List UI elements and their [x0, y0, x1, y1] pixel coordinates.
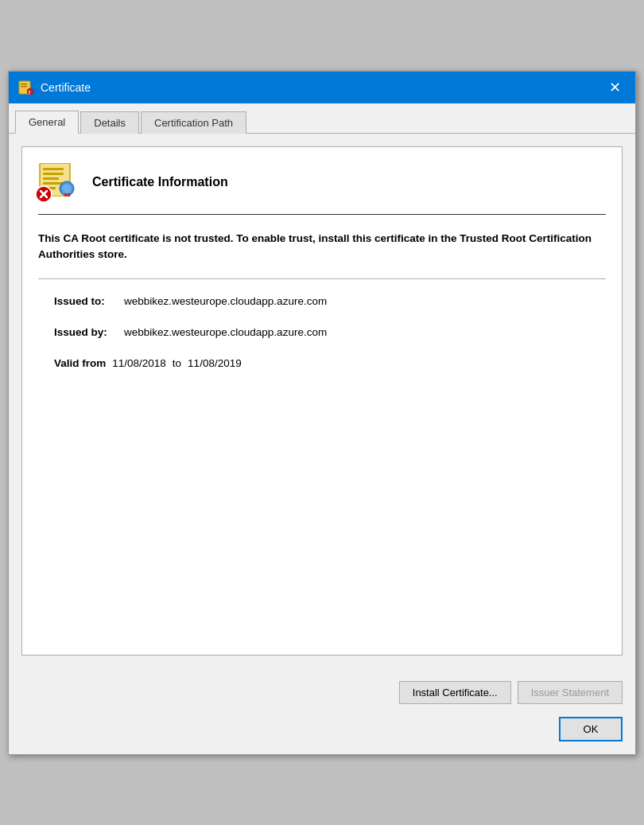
- svg-rect-14: [68, 193, 70, 197]
- ok-button[interactable]: OK: [559, 717, 623, 741]
- close-button[interactable]: ✕: [604, 79, 626, 96]
- ok-button-row: OK: [9, 710, 635, 754]
- svg-text:!: !: [29, 88, 31, 95]
- install-certificate-button[interactable]: Install Certificate...: [399, 681, 511, 704]
- svg-rect-6: [43, 168, 64, 170]
- certificate-dialog: ! Certificate ✕ General Details Certific…: [8, 71, 636, 755]
- valid-from-label: Valid from: [54, 357, 106, 369]
- title-bar: ! Certificate ✕: [9, 72, 635, 103]
- svg-rect-1: [21, 84, 27, 85]
- valid-from-value: 11/08/2018: [112, 357, 166, 369]
- svg-rect-2: [21, 86, 27, 88]
- cert-header: Certificate Information: [38, 163, 606, 215]
- issued-by-value: webbikez.westeurope.cloudapp.azure.com: [124, 326, 327, 338]
- tab-general[interactable]: General: [15, 111, 79, 134]
- window-title: Certificate: [41, 81, 91, 94]
- title-bar-left: ! Certificate: [18, 80, 91, 95]
- svg-rect-8: [43, 177, 59, 180]
- tab-certification-path[interactable]: Certification Path: [141, 111, 246, 134]
- to-text: to: [173, 357, 181, 369]
- svg-point-12: [62, 184, 72, 193]
- issued-by-label: Issued by:: [54, 326, 118, 338]
- tab-details[interactable]: Details: [80, 111, 139, 134]
- certificate-title-icon: !: [18, 80, 34, 95]
- svg-rect-9: [43, 182, 64, 185]
- error-badge-icon: [35, 185, 52, 203]
- issued-by-row: Issued by: webbikez.westeurope.cloudapp.…: [54, 326, 590, 338]
- divider: [38, 278, 606, 279]
- svg-rect-7: [43, 173, 64, 175]
- warning-text: This CA Root certificate is not trusted.…: [38, 231, 606, 263]
- action-button-row: Install Certificate... Issuer Statement: [9, 668, 635, 710]
- content-area: Certificate Information This CA Root cer…: [9, 134, 635, 668]
- issuer-statement-button[interactable]: Issuer Statement: [518, 681, 623, 704]
- valid-to-value: 11/08/2019: [188, 357, 242, 369]
- cert-details: Issued to: webbikez.westeurope.cloudapp.…: [38, 295, 606, 369]
- issued-to-value: webbikez.westeurope.cloudapp.azure.com: [124, 295, 327, 307]
- issued-to-row: Issued to: webbikez.westeurope.cloudapp.…: [54, 295, 590, 307]
- cert-panel: Certificate Information This CA Root cer…: [21, 146, 623, 656]
- svg-rect-13: [64, 193, 67, 197]
- valid-row: Valid from 11/08/2018 to 11/08/2019: [54, 357, 590, 369]
- tab-bar: General Details Certification Path: [9, 103, 635, 134]
- cert-info-title: Certificate Information: [92, 175, 228, 189]
- cert-icons: [38, 163, 83, 201]
- issued-to-label: Issued to:: [54, 295, 118, 307]
